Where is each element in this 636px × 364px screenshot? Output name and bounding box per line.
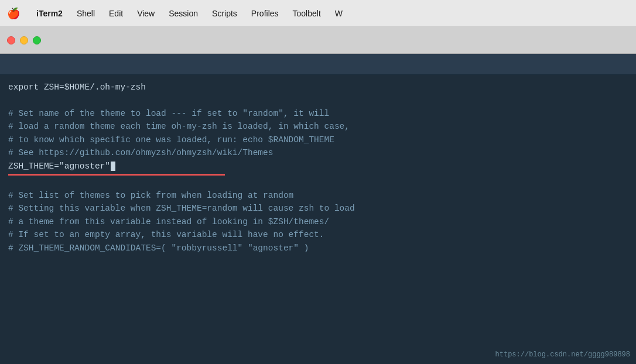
- menu-profiles[interactable]: Profiles: [244, 6, 286, 20]
- line-export-zsh: export ZSH=$HOME/.oh-my-zsh: [8, 81, 628, 94]
- menu-toolbelt[interactable]: Toolbelt: [286, 6, 328, 20]
- close-button[interactable]: [7, 36, 15, 44]
- traffic-lights-bar: [0, 27, 636, 54]
- line-comment-2: # load a random theme each time oh-my-zs…: [8, 120, 628, 133]
- menu-bar: 🍎 iTerm2 Shell Edit View Session Scripts…: [0, 0, 636, 27]
- line-comment-1: # Set name of the theme to load --- if s…: [8, 107, 628, 120]
- menu-scripts[interactable]: Scripts: [205, 6, 244, 20]
- menu-iterm2[interactable]: iTerm2: [29, 6, 70, 20]
- watermark: https://blog.csdn.net/gggg989898: [495, 349, 630, 360]
- menu-w[interactable]: W: [328, 6, 350, 20]
- line-comment-3: # to know which specific one was loaded,…: [8, 133, 628, 146]
- cursor: [111, 162, 115, 171]
- line-comment-6: # Setting this variable when ZSH_THEME=r…: [8, 202, 628, 215]
- line-zsh-theme: ZSH_THEME="agnoster": [8, 160, 628, 173]
- line-comment-4: # See https://github.com/ohmyzsh/ohmyzsh…: [8, 146, 628, 159]
- apple-logo-icon[interactable]: 🍎: [7, 7, 20, 20]
- tab-bar: [0, 54, 636, 75]
- terminal-content[interactable]: export ZSH=$HOME/.oh-my-zsh # Set name o…: [0, 75, 636, 364]
- menu-shell[interactable]: Shell: [70, 6, 102, 20]
- line-empty-2: [8, 176, 628, 188]
- line-comment-8: # If set to an empty array, this variabl…: [8, 228, 628, 241]
- line-comment-7: # a theme from this variable instead of …: [8, 215, 628, 228]
- menu-view[interactable]: View: [130, 6, 162, 20]
- minimize-button[interactable]: [20, 36, 28, 44]
- line-comment-5: # Set list of themes to pick from when l…: [8, 189, 628, 202]
- menu-edit[interactable]: Edit: [102, 6, 130, 20]
- maximize-button[interactable]: [33, 36, 41, 44]
- line-comment-9: # ZSH_THEME_RANDOM_CANDIDATES=( "robbyru…: [8, 242, 628, 255]
- line-empty-1: [8, 94, 628, 107]
- menu-session[interactable]: Session: [162, 6, 205, 20]
